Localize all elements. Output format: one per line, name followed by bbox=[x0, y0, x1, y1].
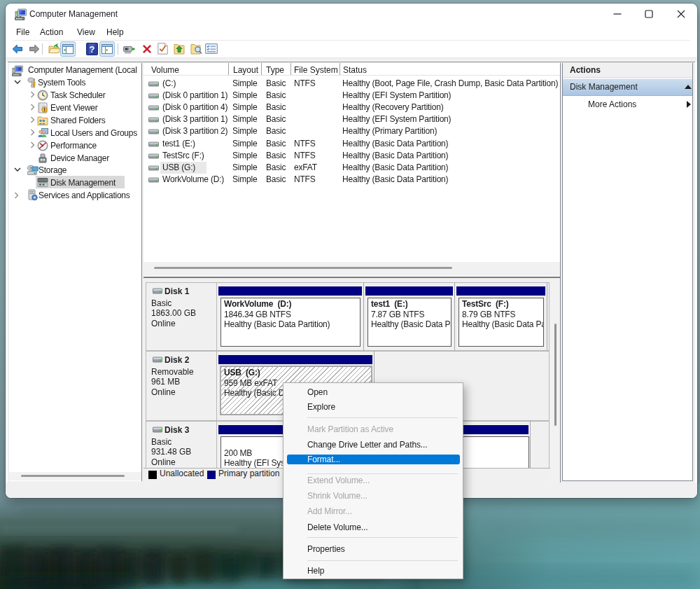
svg-text:?: ? bbox=[90, 44, 95, 55]
